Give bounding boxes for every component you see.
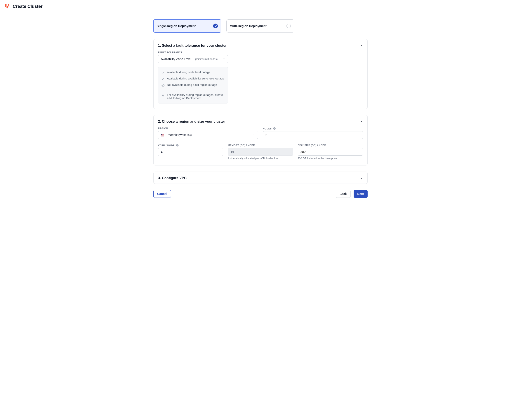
- section-configure-vpc: 3. Configure VPC: [153, 172, 368, 184]
- chevron-down-icon: [218, 151, 220, 153]
- caret-up-icon: [360, 120, 363, 123]
- lightbulb-icon: [161, 93, 165, 97]
- not-available-icon: [161, 83, 165, 87]
- disk-input[interactable]: [298, 148, 363, 156]
- svg-line-1: [162, 84, 164, 86]
- chevron-down-icon: [223, 58, 225, 60]
- page-title: Create Cluster: [13, 4, 43, 9]
- region-label: REGION: [158, 127, 258, 130]
- section-fault-tolerance: 1. Select a fault tolerance for your clu…: [153, 39, 368, 109]
- vcpu-label: vCPU / NODE: [158, 144, 175, 147]
- fault-tolerance-info-box: Available during node level outage Avail…: [158, 67, 228, 104]
- back-button[interactable]: Back: [336, 190, 350, 198]
- section-region-size: 2. Choose a region and size your cluster…: [153, 115, 368, 165]
- svg-rect-18: [177, 144, 178, 145]
- deployment-single-region[interactable]: Single-Region Deployment: [153, 19, 221, 32]
- svg-rect-14: [274, 128, 274, 129]
- info-icon[interactable]: [273, 127, 276, 130]
- svg-rect-10: [161, 136, 164, 136]
- ft-info-row3: Not available during a full region outag…: [167, 83, 217, 86]
- deployment-single-label: Single-Region Deployment: [157, 24, 196, 28]
- section-region-size-header[interactable]: 2. Choose a region and size your cluster: [154, 115, 367, 127]
- top-bar: Create Cluster: [0, 0, 521, 13]
- deployment-multi-label: Multi-Region Deployment: [230, 24, 267, 28]
- caret-down-icon: [360, 177, 363, 180]
- svg-line-3: [162, 94, 162, 94]
- chevron-down-icon: [253, 134, 256, 136]
- nodes-label: NODES: [263, 127, 272, 130]
- disk-helper: 200 GB included in the base price: [298, 157, 363, 160]
- ft-info-tip: For availability during region outages, …: [167, 93, 225, 100]
- check-icon: [161, 77, 165, 81]
- us-flag-icon: [161, 134, 164, 136]
- fault-tolerance-value: Availability Zone Level: [161, 57, 191, 61]
- svg-rect-15: [274, 128, 274, 128]
- radio-unselected-icon: [287, 24, 291, 28]
- memory-label: MEMORY (GB) / NODE: [228, 144, 293, 146]
- info-icon[interactable]: [176, 144, 179, 147]
- svg-rect-12: [161, 134, 162, 135]
- svg-line-4: [164, 94, 164, 94]
- svg-rect-9: [161, 135, 164, 135]
- section-fault-tolerance-title: 1. Select a fault tolerance for your clu…: [158, 44, 227, 48]
- section-configure-vpc-title: 3. Configure VPC: [158, 176, 187, 180]
- memory-helper: Automatically allocated per vCPU selecti…: [228, 157, 293, 160]
- section-configure-vpc-header[interactable]: 3. Configure VPC: [154, 172, 367, 184]
- svg-rect-17: [177, 145, 178, 146]
- fault-tolerance-hint: (minimum 3 nodes): [195, 58, 218, 61]
- cancel-button[interactable]: Cancel: [153, 190, 171, 198]
- disk-label: DISK SIZE (GB) / NODE: [298, 144, 363, 146]
- svg-rect-11: [161, 136, 164, 136]
- ft-info-row2: Available during availability zone level…: [167, 77, 224, 80]
- section-region-size-title: 2. Choose a region and size your cluster: [158, 120, 225, 124]
- region-select[interactable]: Phoenix (westus3): [158, 131, 258, 139]
- radio-selected-icon: [213, 23, 218, 28]
- ft-info-row1: Available during node level outage: [167, 70, 210, 74]
- brand-logo-icon: [4, 3, 10, 9]
- fault-tolerance-label: FAULT TOLERANCE: [158, 51, 363, 54]
- vcpu-select[interactable]: 4: [158, 148, 223, 156]
- next-button[interactable]: Next: [354, 190, 368, 198]
- vcpu-value: 4: [161, 150, 163, 154]
- deployment-multi-region[interactable]: Multi-Region Deployment: [226, 19, 294, 32]
- check-icon: [161, 71, 165, 74]
- deployment-type-options: Single-Region Deployment Multi-Region De…: [153, 19, 368, 32]
- caret-up-icon: [360, 44, 363, 47]
- section-fault-tolerance-header[interactable]: 1. Select a fault tolerance for your clu…: [154, 39, 367, 51]
- fault-tolerance-select[interactable]: Availability Zone Level (minimum 3 nodes…: [158, 55, 228, 63]
- footer-actions: Cancel Back Next: [153, 190, 368, 198]
- nodes-input[interactable]: [263, 131, 363, 139]
- memory-input: [228, 148, 293, 156]
- region-value: Phoenix (westus3): [167, 133, 192, 137]
